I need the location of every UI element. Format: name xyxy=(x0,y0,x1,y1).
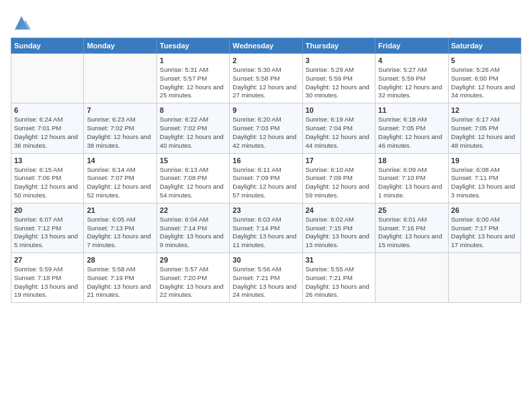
day-info: Sunrise: 6:17 AM Sunset: 7:05 PM Dayligh… xyxy=(451,116,518,150)
calendar-week-row: 20Sunrise: 6:07 AM Sunset: 7:12 PM Dayli… xyxy=(11,203,521,253)
day-info: Sunrise: 6:01 AM Sunset: 7:16 PM Dayligh… xyxy=(378,216,445,250)
calendar-cell xyxy=(375,253,448,303)
logo-icon xyxy=(12,13,31,32)
day-info: Sunrise: 6:05 AM Sunset: 7:13 PM Dayligh… xyxy=(87,216,153,250)
day-number: 29 xyxy=(160,256,226,264)
day-of-week-header: Wednesday xyxy=(230,38,302,54)
day-info: Sunrise: 6:00 AM Sunset: 7:17 PM Dayligh… xyxy=(451,216,518,250)
day-number: 26 xyxy=(451,206,518,214)
day-of-week-header: Thursday xyxy=(302,38,375,54)
calendar-cell: 14Sunrise: 6:14 AM Sunset: 7:07 PM Dayli… xyxy=(84,153,157,203)
day-number: 1 xyxy=(160,56,226,64)
calendar-cell: 10Sunrise: 6:19 AM Sunset: 7:04 PM Dayli… xyxy=(302,103,375,153)
day-number: 16 xyxy=(232,156,299,165)
day-number: 19 xyxy=(451,156,518,165)
day-number: 3 xyxy=(306,56,372,64)
day-info: Sunrise: 6:03 AM Sunset: 7:14 PM Dayligh… xyxy=(232,216,299,250)
calendar-cell: 31Sunrise: 5:55 AM Sunset: 7:21 PM Dayli… xyxy=(302,253,375,303)
day-info: Sunrise: 5:56 AM Sunset: 7:21 PM Dayligh… xyxy=(232,265,299,300)
calendar-cell: 23Sunrise: 6:03 AM Sunset: 7:14 PM Dayli… xyxy=(230,203,302,253)
day-info: Sunrise: 6:14 AM Sunset: 7:07 PM Dayligh… xyxy=(87,166,153,200)
calendar-table: SundayMondayTuesdayWednesdayThursdayFrid… xyxy=(11,38,521,303)
calendar-week-row: 6Sunrise: 6:24 AM Sunset: 7:01 PM Daylig… xyxy=(11,103,521,153)
day-number: 13 xyxy=(14,156,81,165)
day-info: Sunrise: 5:29 AM Sunset: 5:59 PM Dayligh… xyxy=(306,66,372,100)
day-info: Sunrise: 6:23 AM Sunset: 7:02 PM Dayligh… xyxy=(87,116,153,150)
day-number: 23 xyxy=(232,206,299,214)
day-info: Sunrise: 6:10 AM Sunset: 7:09 PM Dayligh… xyxy=(306,166,372,200)
day-info: Sunrise: 6:08 AM Sunset: 7:11 PM Dayligh… xyxy=(451,166,518,200)
calendar-cell: 3Sunrise: 5:29 AM Sunset: 5:59 PM Daylig… xyxy=(302,54,375,103)
calendar-cell: 6Sunrise: 6:24 AM Sunset: 7:01 PM Daylig… xyxy=(11,103,84,153)
calendar-cell: 17Sunrise: 6:10 AM Sunset: 7:09 PM Dayli… xyxy=(302,153,375,203)
calendar-cell: 12Sunrise: 6:17 AM Sunset: 7:05 PM Dayli… xyxy=(448,103,521,153)
day-number: 8 xyxy=(160,106,226,114)
calendar-week-row: 13Sunrise: 6:15 AM Sunset: 7:06 PM Dayli… xyxy=(11,153,521,203)
day-info: Sunrise: 6:11 AM Sunset: 7:09 PM Dayligh… xyxy=(232,166,299,200)
day-info: Sunrise: 5:58 AM Sunset: 7:19 PM Dayligh… xyxy=(87,265,153,300)
day-number: 6 xyxy=(14,106,81,114)
calendar-cell: 4Sunrise: 5:27 AM Sunset: 5:59 PM Daylig… xyxy=(375,54,448,103)
calendar-cell: 9Sunrise: 6:20 AM Sunset: 7:03 PM Daylig… xyxy=(230,103,302,153)
day-number: 30 xyxy=(232,256,299,264)
day-number: 15 xyxy=(160,156,226,165)
day-info: Sunrise: 6:13 AM Sunset: 7:08 PM Dayligh… xyxy=(160,166,226,200)
day-info: Sunrise: 6:07 AM Sunset: 7:12 PM Dayligh… xyxy=(14,216,81,250)
day-info: Sunrise: 5:57 AM Sunset: 7:20 PM Dayligh… xyxy=(160,265,226,300)
day-number: 27 xyxy=(14,256,81,264)
calendar-header-row: SundayMondayTuesdayWednesdayThursdayFrid… xyxy=(11,38,521,54)
day-info: Sunrise: 5:30 AM Sunset: 5:58 PM Dayligh… xyxy=(232,66,299,100)
page-header xyxy=(11,11,521,32)
day-number: 20 xyxy=(14,206,81,214)
day-number: 28 xyxy=(87,256,153,264)
day-info: Sunrise: 6:15 AM Sunset: 7:06 PM Dayligh… xyxy=(14,166,81,200)
day-of-week-header: Friday xyxy=(375,38,448,54)
calendar-cell: 1Sunrise: 5:31 AM Sunset: 5:57 PM Daylig… xyxy=(157,54,229,103)
calendar-cell: 18Sunrise: 6:09 AM Sunset: 7:10 PM Dayli… xyxy=(375,153,448,203)
calendar-cell xyxy=(84,54,157,103)
calendar-cell: 7Sunrise: 6:23 AM Sunset: 7:02 PM Daylig… xyxy=(84,103,157,153)
day-number: 17 xyxy=(306,156,372,165)
day-info: Sunrise: 6:20 AM Sunset: 7:03 PM Dayligh… xyxy=(232,116,299,150)
day-number: 4 xyxy=(378,56,445,64)
day-number: 25 xyxy=(378,206,445,214)
calendar-cell: 19Sunrise: 6:08 AM Sunset: 7:11 PM Dayli… xyxy=(448,153,521,203)
calendar-cell: 5Sunrise: 5:26 AM Sunset: 6:00 PM Daylig… xyxy=(448,54,521,103)
day-info: Sunrise: 6:19 AM Sunset: 7:04 PM Dayligh… xyxy=(306,116,372,150)
day-number: 10 xyxy=(306,106,372,114)
day-info: Sunrise: 6:04 AM Sunset: 7:14 PM Dayligh… xyxy=(160,216,226,250)
day-info: Sunrise: 5:26 AM Sunset: 6:00 PM Dayligh… xyxy=(451,66,518,100)
day-of-week-header: Monday xyxy=(84,38,157,54)
day-of-week-header: Sunday xyxy=(11,38,84,54)
calendar-week-row: 27Sunrise: 5:59 AM Sunset: 7:18 PM Dayli… xyxy=(11,253,521,303)
calendar-cell: 27Sunrise: 5:59 AM Sunset: 7:18 PM Dayli… xyxy=(11,253,84,303)
calendar-cell: 22Sunrise: 6:04 AM Sunset: 7:14 PM Dayli… xyxy=(157,203,229,253)
day-info: Sunrise: 5:27 AM Sunset: 5:59 PM Dayligh… xyxy=(378,66,445,100)
day-number: 9 xyxy=(232,106,299,114)
calendar-week-row: 1Sunrise: 5:31 AM Sunset: 5:57 PM Daylig… xyxy=(11,54,521,103)
calendar-cell: 28Sunrise: 5:58 AM Sunset: 7:19 PM Dayli… xyxy=(84,253,157,303)
day-number: 21 xyxy=(87,206,153,214)
calendar-cell: 15Sunrise: 6:13 AM Sunset: 7:08 PM Dayli… xyxy=(157,153,229,203)
day-info: Sunrise: 6:09 AM Sunset: 7:10 PM Dayligh… xyxy=(378,166,445,200)
calendar-cell: 30Sunrise: 5:56 AM Sunset: 7:21 PM Dayli… xyxy=(230,253,302,303)
day-info: Sunrise: 5:59 AM Sunset: 7:18 PM Dayligh… xyxy=(14,265,81,300)
calendar-cell: 16Sunrise: 6:11 AM Sunset: 7:09 PM Dayli… xyxy=(230,153,302,203)
calendar-cell: 2Sunrise: 5:30 AM Sunset: 5:58 PM Daylig… xyxy=(230,54,302,103)
day-number: 14 xyxy=(87,156,153,165)
day-info: Sunrise: 6:18 AM Sunset: 7:05 PM Dayligh… xyxy=(378,116,445,150)
calendar-cell: 21Sunrise: 6:05 AM Sunset: 7:13 PM Dayli… xyxy=(84,203,157,253)
logo xyxy=(11,13,31,32)
day-number: 18 xyxy=(378,156,445,165)
calendar-cell: 26Sunrise: 6:00 AM Sunset: 7:17 PM Dayli… xyxy=(448,203,521,253)
day-info: Sunrise: 5:31 AM Sunset: 5:57 PM Dayligh… xyxy=(160,66,226,100)
day-number: 7 xyxy=(87,106,153,114)
day-info: Sunrise: 5:55 AM Sunset: 7:21 PM Dayligh… xyxy=(306,265,372,300)
calendar-cell xyxy=(11,54,84,103)
day-number: 24 xyxy=(306,206,372,214)
day-number: 11 xyxy=(378,106,445,114)
day-info: Sunrise: 6:02 AM Sunset: 7:15 PM Dayligh… xyxy=(306,216,372,250)
day-number: 5 xyxy=(451,56,518,64)
day-of-week-header: Saturday xyxy=(448,38,521,54)
day-number: 22 xyxy=(160,206,226,214)
